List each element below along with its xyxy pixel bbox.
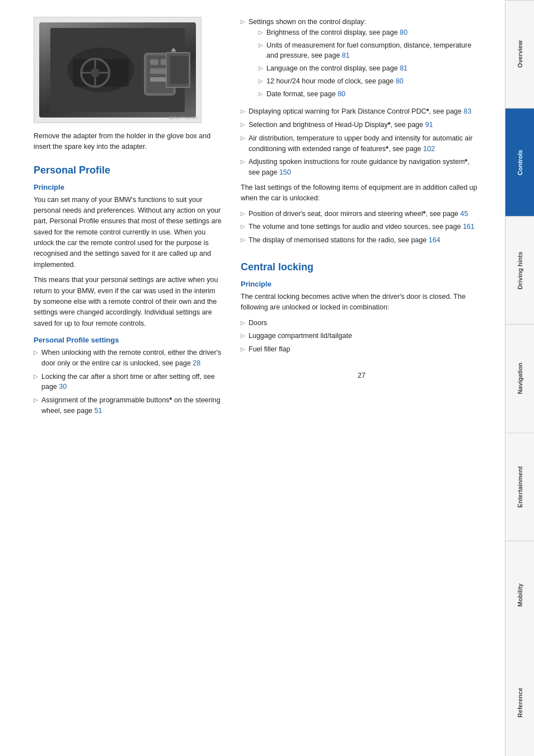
svg-rect-11 — [150, 59, 158, 65]
bullet-arrow-icon: ▷ — [259, 28, 263, 36]
link-page-150[interactable]: 150 — [279, 168, 291, 176]
link-page-164[interactable]: 164 — [429, 236, 441, 244]
bullet-arrow-icon: ▷ — [259, 90, 263, 98]
list-item: ▷ The volume and tone settings for audio… — [241, 222, 483, 232]
list-item: ▷ Luggage compartment lid/tailgate — [241, 331, 483, 341]
list-item: ▷ Adjusting spoken instructions for rout… — [241, 157, 483, 178]
sidebar-tab-entertainment[interactable]: Entertainment — [505, 433, 534, 541]
list-item: ▷ Language on the control display, see p… — [259, 63, 483, 74]
list-item: ▷ Displaying optical warning for Park Di… — [241, 106, 483, 117]
link-page-80b[interactable]: 80 — [396, 77, 404, 85]
page-container: BMW 7 Series Remove the adapter from the… — [0, 0, 534, 756]
bullet-arrow-icon: ▷ — [259, 64, 263, 72]
list-item: ▷ Date format, see page 80 — [259, 89, 483, 100]
link-page-91[interactable]: 91 — [425, 121, 433, 129]
link-page-102[interactable]: 102 — [423, 145, 435, 153]
bullet-arrow-icon: ▷ — [241, 331, 245, 340]
bullet-arrow-icon: ▷ — [241, 17, 245, 26]
svg-rect-14 — [150, 77, 169, 82]
link-page-81b[interactable]: 81 — [400, 64, 407, 72]
sidebar-tab-driving-hints[interactable]: Driving hints — [505, 216, 534, 324]
adapter-text: Remove the adapter from the holder in th… — [34, 131, 224, 152]
control-display-list: ▷ Settings shown on the control display:… — [241, 17, 483, 178]
list-item: ▷ Brightness of the control display, see… — [259, 27, 483, 38]
main-content: BMW 7 Series Remove the adapter from the… — [0, 0, 505, 756]
bullet-arrow-icon: ▷ — [259, 77, 263, 85]
link-page-80c[interactable]: 80 — [338, 90, 345, 98]
list-item: ▷ Selection and brightness of Head-Up Di… — [241, 120, 483, 130]
personal-profile-text2: This means that your personal settings a… — [34, 275, 224, 329]
list-item: ▷ 12 hour/24 hour mode of clock, see pag… — [259, 76, 483, 87]
item-doors: Doors — [249, 318, 267, 328]
sidebar-tab-navigation-label: Navigation — [517, 363, 523, 394]
bullet-arrow-icon: ▷ — [34, 396, 38, 404]
right-column: ▷ Settings shown on the control display:… — [241, 17, 483, 734]
link-page-30[interactable]: 30 — [59, 383, 67, 391]
link-page-28[interactable]: 28 — [193, 359, 200, 367]
link-page-161[interactable]: 161 — [463, 223, 475, 231]
key-image — [39, 22, 196, 118]
image-label: BMW 7 Series — [169, 115, 198, 120]
svg-rect-12 — [161, 59, 169, 65]
sidebar-tab-driving-hints-label: Driving hints — [517, 252, 523, 289]
unlocked-items-list: ▷ Position of driver's seat, door mirror… — [241, 209, 483, 246]
link-page-81a[interactable]: 81 — [342, 51, 350, 59]
link-page-83[interactable]: 83 — [463, 107, 471, 115]
sidebar-tab-controls[interactable]: Controls — [505, 108, 534, 216]
bullet-arrow-icon: ▷ — [241, 120, 245, 129]
link-page-80a[interactable]: 80 — [400, 29, 407, 36]
bullet-arrow-icon: ▷ — [34, 372, 38, 381]
personal-profile-principle-title: Principle — [34, 183, 224, 191]
personal-profile-settings-title: Personal Profile settings — [34, 336, 224, 344]
bullet-arrow-icon: ▷ — [259, 41, 263, 49]
sidebar-tab-overview[interactable]: Overview — [505, 0, 534, 108]
sidebar-tab-navigation[interactable]: Navigation — [505, 324, 534, 432]
link-page-45[interactable]: 45 — [460, 210, 468, 218]
sidebar-tab-mobility-label: Mobility — [517, 583, 523, 607]
list-item: ▷ Units of measurement for fuel consumpt… — [259, 40, 483, 62]
bullet-arrow-icon: ▷ — [241, 318, 245, 327]
car-image-box: BMW 7 Series — [34, 17, 202, 123]
personal-profile-title: Personal Profile — [34, 165, 224, 176]
bullet-arrow-icon: ▷ — [241, 222, 245, 231]
sidebar-tab-controls-label: Controls — [517, 150, 523, 175]
key-svg — [50, 28, 185, 112]
sidebar-tab-entertainment-label: Entertainment — [517, 466, 523, 508]
list-item: ▷ Locking the car after a short time or … — [34, 372, 224, 393]
list-item: ▷ Settings shown on the control display:… — [241, 17, 483, 104]
sidebar-tab-reference-label: Reference — [517, 687, 523, 717]
item-fuel-filler: Fuel filler flap — [249, 344, 290, 355]
bullet-arrow-icon: ▷ — [241, 134, 245, 142]
sidebar: Overview Controls Driving hints Navigati… — [505, 0, 534, 756]
bullet-arrow-icon: ▷ — [241, 236, 245, 244]
personal-profile-text1: You can set many of your BMW's functions… — [34, 195, 224, 271]
left-column: BMW 7 Series Remove the adapter from the… — [34, 17, 224, 734]
bullet-arrow-icon: ▷ — [241, 209, 245, 218]
list-item: ▷ The display of memorised stations for … — [241, 235, 483, 246]
personal-profile-settings-list: ▷ When unlocking with the remote control… — [34, 348, 224, 416]
settings-shown-label: Settings shown on the control display: — [249, 18, 366, 26]
item-luggage: Luggage compartment lid/tailgate — [249, 331, 352, 341]
list-item: ▷ Doors — [241, 318, 483, 328]
list-item: ▷ When unlocking with the remote control… — [34, 348, 224, 369]
central-locking-text: The central locking becomes active when … — [241, 292, 483, 313]
sidebar-tab-overview-label: Overview — [517, 41, 523, 68]
list-item: ▷ Position of driver's seat, door mirror… — [241, 209, 483, 219]
central-locking-title: Central locking — [241, 261, 483, 273]
bullet-arrow-icon: ▷ — [241, 157, 245, 166]
nested-control-list: ▷ Brightness of the control display, see… — [259, 27, 483, 100]
central-locking-principle-title: Principle — [241, 280, 483, 288]
bullet-arrow-icon: ▷ — [34, 348, 38, 356]
list-item: ▷ Fuel filler flap — [241, 344, 483, 355]
unlocked-text: The last settings of the following items… — [241, 182, 483, 204]
sidebar-tab-reference[interactable]: Reference — [505, 649, 534, 756]
page-number: 27 — [241, 372, 483, 379]
svg-point-4 — [91, 68, 100, 77]
list-item: ▷ Air distribution, temperature to upper… — [241, 133, 483, 154]
sidebar-tab-mobility[interactable]: Mobility — [505, 541, 534, 649]
bullet-arrow-icon: ▷ — [241, 345, 245, 353]
svg-rect-13 — [150, 68, 169, 74]
link-page-51[interactable]: 51 — [95, 407, 102, 415]
list-item: ▷ Assignment of the programmable buttons… — [34, 395, 224, 416]
central-locking-items: ▷ Doors ▷ Luggage compartment lid/tailga… — [241, 318, 483, 355]
